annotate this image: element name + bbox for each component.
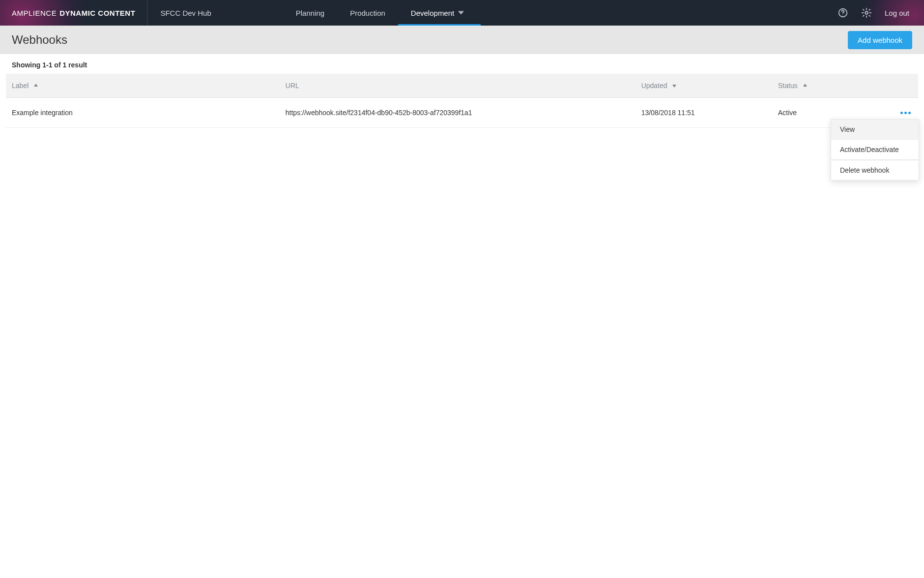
sort-asc-icon <box>803 83 808 88</box>
sort-desc-icon <box>672 83 677 88</box>
nav-tab-label: Production <box>350 9 385 17</box>
cell-updated: 13/08/2018 11:51 <box>635 98 772 128</box>
webhooks-table-area: Label URL Updated Status <box>0 74 924 140</box>
topbar-right: Log out <box>837 0 924 26</box>
page-title: Webhooks <box>12 33 848 47</box>
table-row[interactable]: Example integration https://webhook.site… <box>6 98 918 128</box>
brand-light: AMPLIENCE <box>12 9 57 17</box>
help-icon[interactable] <box>837 7 848 18</box>
brand-bold: DYNAMIC CONTENT <box>59 9 135 17</box>
main-nav: Planning Production Development <box>283 0 481 26</box>
webhooks-table: Label URL Updated Status <box>6 74 918 128</box>
column-header-text: URL <box>286 82 299 90</box>
column-header-status[interactable]: Status <box>772 74 872 98</box>
menu-item-label: Activate/Deactivate <box>840 146 899 153</box>
brand-logo[interactable]: AMPLIENCE DYNAMIC CONTENT <box>0 0 147 26</box>
top-bar: AMPLIENCE DYNAMIC CONTENT SFCC Dev Hub P… <box>0 0 924 26</box>
nav-tab-production[interactable]: Production <box>337 0 398 26</box>
svg-point-1 <box>842 15 843 15</box>
column-header-text: Status <box>778 82 798 90</box>
results-summary: Showing 1-1 of 1 result <box>0 54 924 74</box>
row-actions-button[interactable] <box>898 107 912 119</box>
menu-item-delete[interactable]: Delete webhook <box>831 160 919 180</box>
column-header-text: Updated <box>641 82 667 90</box>
menu-item-label: Delete webhook <box>840 166 889 174</box>
menu-item-view[interactable]: View <box>831 120 919 140</box>
gear-icon[interactable] <box>861 7 872 18</box>
sub-header: Webhooks Add webhook <box>0 26 924 54</box>
sort-asc-icon <box>33 83 38 88</box>
column-header-text: Label <box>12 82 29 90</box>
row-actions-menu: View Activate/Deactivate Delete webhook <box>831 119 919 181</box>
column-header-label[interactable]: Label <box>6 74 280 98</box>
column-header-updated[interactable]: Updated <box>635 74 772 98</box>
column-header-url[interactable]: URL <box>280 74 635 98</box>
table-header-row: Label URL Updated Status <box>6 74 918 98</box>
caret-down-icon <box>454 10 468 16</box>
cell-url: https://webhook.site/f2314f04-db90-452b-… <box>280 98 635 128</box>
column-header-actions <box>872 74 918 98</box>
hub-name[interactable]: SFCC Dev Hub <box>147 0 224 26</box>
nav-tab-label: Planning <box>296 9 324 17</box>
svg-point-2 <box>865 11 868 14</box>
menu-item-activate-deactivate[interactable]: Activate/Deactivate <box>831 140 919 160</box>
nav-tab-development[interactable]: Development <box>398 0 481 26</box>
nav-tab-label: Development <box>411 9 454 17</box>
nav-tab-planning[interactable]: Planning <box>283 0 337 26</box>
menu-item-label: View <box>840 125 855 133</box>
add-webhook-button[interactable]: Add webhook <box>848 31 912 49</box>
logout-link[interactable]: Log out <box>885 9 909 17</box>
cell-label: Example integration <box>6 98 280 128</box>
